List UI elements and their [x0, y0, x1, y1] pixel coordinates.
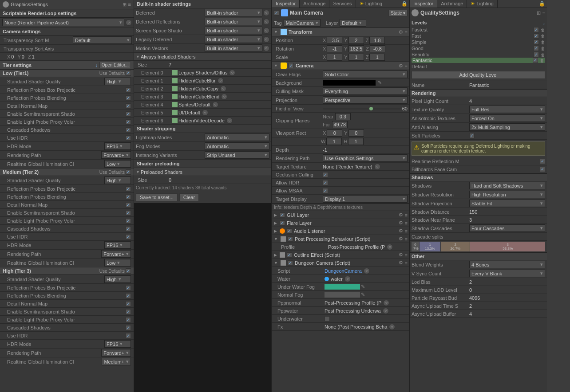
level-beautiful-trash[interactable]: 🗑 — [541, 52, 545, 57]
outline-menu[interactable]: ≡ — [405, 252, 408, 258]
open-editor-button[interactable]: Open Editor... — [99, 62, 131, 68]
tier2-light-probe-cb[interactable] — [126, 218, 131, 223]
tab-lighting[interactable]: ☀ Lighting — [356, 0, 387, 8]
level-simple-trash[interactable]: 🗑 — [541, 40, 545, 45]
save-to-asset-button[interactable]: Save to asset... — [136, 193, 178, 201]
shadow-projection-dropdown[interactable]: Stable Fit — [469, 200, 545, 207]
tier3-semi-transparent-cb[interactable] — [126, 309, 131, 314]
shadow-resolution-dropdown[interactable]: High Resolution — [469, 191, 545, 198]
element3-select[interactable]: ○ — [221, 94, 227, 100]
tier1-hdr-mode-dropdown[interactable]: FP16 — [104, 142, 131, 150]
shadow-cascades-dropdown[interactable]: Four Cascades — [469, 224, 545, 232]
tier3-detail-normal-cb[interactable] — [126, 301, 131, 306]
anti-aliasing-dropdown[interactable]: 2x Multi Sampling — [469, 123, 545, 131]
under-water-fog-color[interactable] — [325, 284, 360, 290]
tier1-cascaded-shadows-cb[interactable] — [126, 127, 131, 133]
instancing-variants-dropdown[interactable]: Strip Unused — [205, 151, 269, 159]
lightmap-modes-dropdown[interactable]: Automatic — [205, 133, 269, 141]
flare-layer-settings[interactable]: ⚙ — [399, 220, 403, 226]
legacy-deferred-select[interactable]: ○ — [263, 36, 269, 43]
level-fast-trash[interactable]: 🗑 — [541, 34, 545, 39]
level-beautiful-cb[interactable] — [534, 52, 539, 57]
gui-layer-cb[interactable] — [280, 212, 285, 218]
tier3-light-probe-cb[interactable] — [126, 317, 131, 322]
tag-dropdown[interactable]: MainCamera — [284, 19, 321, 27]
soft-particles-cb[interactable] — [469, 133, 475, 138]
vsync-count-dropdown[interactable]: Every V Blank — [469, 270, 545, 277]
tier1-shader-quality-dropdown[interactable]: High — [104, 78, 131, 85]
audio-listener-menu[interactable]: ≡ — [405, 228, 408, 234]
tier2-cascaded-shadows-cb[interactable] — [126, 226, 131, 231]
screen-space-select[interactable]: ○ — [263, 27, 269, 34]
tier3-shader-quality-dropdown[interactable]: High — [104, 275, 131, 283]
tier3-cascaded-shadows-cb[interactable] — [126, 325, 131, 330]
tier3-hdr-mode-dropdown[interactable]: FP16 — [104, 340, 131, 348]
level-simple-cb[interactable] — [534, 39, 539, 45]
realtime-reflection-cb[interactable] — [540, 159, 545, 164]
gui-layer-settings[interactable]: ⚙ — [399, 212, 403, 218]
tier2-use-hdr-cb[interactable] — [126, 234, 131, 239]
target-texture-select[interactable]: ○ — [374, 164, 380, 170]
allow-hdr-cb[interactable] — [323, 180, 328, 185]
flare-layer-menu[interactable]: ≡ — [405, 220, 408, 226]
allow-msaa-cb[interactable] — [323, 188, 328, 193]
camera-enabled-cb[interactable] — [289, 63, 294, 68]
transparency-sort-mode-dropdown[interactable]: Default — [73, 36, 132, 44]
render-pipeline-dropdown[interactable]: None (Render Pipeline Asset) — [2, 19, 124, 26]
quality-tab-archmage[interactable]: Archmage — [437, 0, 467, 8]
tab-services[interactable]: Services — [329, 0, 356, 8]
motion-vectors-select[interactable]: ○ — [263, 45, 269, 51]
blend-weights-dropdown[interactable]: 4 Bones — [469, 261, 545, 268]
level-fast-cb[interactable] — [534, 33, 539, 39]
rendering-path-dropdown[interactable]: Use Graphics Settings — [323, 154, 408, 162]
tier1-use-hdr-cb[interactable] — [126, 135, 131, 141]
fx-select[interactable]: ○ — [389, 324, 395, 330]
level-good-cb[interactable] — [534, 46, 539, 51]
transform-settings-icon[interactable]: ⚙ — [399, 29, 403, 35]
element0-select[interactable]: ○ — [229, 70, 235, 76]
transform-menu-icon[interactable]: ≡ — [405, 29, 408, 35]
level-good-trash[interactable]: 🗑 — [541, 46, 545, 51]
tab-inspector[interactable]: Inspector — [272, 0, 300, 8]
tier1-defaults-check[interactable] — [126, 71, 131, 76]
object-enabled-cb[interactable] — [274, 10, 279, 16]
post-processing-cb[interactable] — [288, 236, 293, 242]
camera-menu-icon[interactable]: ≡ — [405, 63, 408, 68]
dungeon-menu[interactable]: ≡ — [405, 260, 408, 266]
audio-listener-cb[interactable] — [287, 228, 292, 234]
tier2-rendering-path-dropdown[interactable]: Forward+ — [101, 250, 131, 258]
level-fastest-cb[interactable] — [534, 27, 539, 32]
tab-archmage[interactable]: Archmage — [300, 0, 329, 8]
texture-quality-dropdown[interactable]: Full Res — [469, 106, 545, 113]
tier1-ref-probes-blend-cb[interactable] — [126, 95, 131, 101]
underwater-cb[interactable] — [325, 316, 330, 321]
post-settings[interactable]: ⚙ — [399, 236, 403, 242]
outline-cb[interactable] — [287, 252, 292, 258]
shadows-dropdown[interactable]: Hard and Soft Shadows — [469, 182, 545, 189]
deferred-dropdown[interactable]: Built-in shader — [205, 9, 262, 16]
element4-select[interactable]: ○ — [212, 102, 218, 108]
occlusion-culling-cb[interactable] — [323, 172, 328, 177]
tier2-shader-quality-dropdown[interactable]: High — [104, 176, 131, 184]
tier2-detail-normal-cb[interactable] — [126, 202, 131, 208]
deferred-reflections-select[interactable]: ○ — [263, 19, 269, 25]
tier1-light-probe-cb[interactable] — [126, 119, 131, 125]
tier1-detail-normal-cb[interactable] — [126, 103, 131, 109]
element6-select[interactable]: ○ — [226, 118, 233, 124]
fog-modes-dropdown[interactable]: Automatic — [205, 142, 269, 150]
tier1-semi-transparent-cb[interactable] — [126, 111, 131, 117]
tier2-defaults-check[interactable] — [126, 169, 131, 175]
tier2-semi-transparent-cb[interactable] — [126, 210, 131, 216]
flare-layer-cb[interactable] — [280, 220, 285, 226]
tier3-rendering-path-dropdown[interactable]: Forward+ — [101, 349, 131, 357]
legacy-deferred-dropdown[interactable]: Built-in shader — [205, 35, 262, 43]
normal-fog-edit[interactable]: ✎ — [361, 292, 365, 298]
tier2-realtime-gi-dropdown[interactable]: Low — [104, 259, 131, 267]
under-water-fog-edit[interactable]: ✎ — [361, 284, 365, 290]
tier3-defaults-check[interactable] — [126, 268, 131, 274]
projection-dropdown[interactable]: Perspective — [323, 96, 408, 104]
deferred-select[interactable]: ○ — [263, 10, 269, 16]
water-select[interactable]: ○ — [344, 276, 351, 282]
render-pipeline-select[interactable]: ○ — [126, 20, 132, 26]
tier3-realtime-gi-dropdown[interactable]: Medium+ — [102, 358, 131, 365]
